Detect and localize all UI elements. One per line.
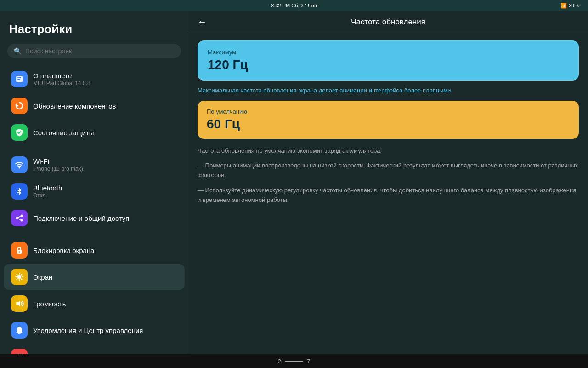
right-panel: ← Частота обновления Максимум 120 Гц Мак… — [188, 11, 588, 354]
page-indicator: 2 7 — [278, 358, 310, 365]
connection-text: Подключение и общий доступ — [33, 214, 129, 222]
panel-header: ← Частота обновления — [188, 11, 588, 33]
update-text: Обновление компонентов — [33, 102, 116, 110]
status-bar: 8:32 PM Сб, 27 Янв 📶 39% — [0, 0, 588, 11]
svg-point-4 — [16, 217, 18, 219]
sidebar: Настройки 🔍 О планшете MIUI Pad Global 1… — [0, 11, 188, 354]
sidebar-title: Настройки — [0, 18, 188, 44]
notifications-icon — [11, 322, 28, 339]
status-time: 8:32 PM Сб, 27 Янв — [271, 3, 317, 8]
sidebar-item-update[interactable]: Обновление компонентов — [4, 93, 185, 119]
info-text: Максимальная частота обновления экрана д… — [198, 86, 579, 95]
security-text: Состояние защиты — [33, 129, 94, 137]
rate-value-60: 60 Гц — [207, 117, 570, 132]
svg-line-7 — [18, 216, 21, 218]
sidebar-item-about[interactable]: О планшете MIUI Pad Global 14.0.8 — [4, 66, 185, 92]
wifi-icon: 📶 — [560, 3, 567, 9]
rate-card-60[interactable]: По умолчанию 60 Гц — [198, 101, 579, 139]
description-1: Частота обновления по умолчанию экономит… — [198, 146, 579, 156]
volume-icon — [11, 295, 28, 312]
connection-icon — [11, 210, 28, 226]
back-button[interactable]: ← — [198, 17, 207, 27]
status-right: 📶 39% — [560, 3, 579, 9]
bottom-bar: 2 7 — [0, 354, 588, 368]
svg-point-10 — [19, 251, 20, 253]
main-container: Настройки 🔍 О планшете MIUI Pad Global 1… — [0, 11, 588, 354]
svg-rect-2 — [17, 79, 20, 80]
panel-content: Максимум 120 Гц Максимальная частота обн… — [188, 33, 588, 212]
svg-point-11 — [17, 275, 21, 279]
bluetooth-label: Bluetooth — [33, 184, 62, 192]
security-label: Состояние защиты — [33, 129, 94, 137]
sidebar-item-volume[interactable]: Громкость — [4, 291, 185, 316]
svg-point-6 — [21, 219, 23, 222]
page-current: 2 — [278, 358, 281, 365]
svg-rect-1 — [17, 77, 21, 78]
wifi-sublabel: iPhone (15 pro max) — [33, 166, 83, 172]
volume-label: Громкость — [33, 300, 66, 308]
update-label: Обновление компонентов — [33, 102, 116, 110]
notifications-text: Уведомления и Центр управления — [33, 327, 143, 334]
wifi-label: Wi-Fi — [33, 157, 83, 165]
sidebar-item-wifi[interactable]: Wi-Fi iPhone (15 pro max) — [4, 152, 185, 178]
bluetooth-icon — [11, 183, 28, 200]
page-line — [285, 361, 303, 362]
about-icon — [11, 71, 28, 87]
sidebar-item-lockscreen[interactable]: Блокировка экрана — [4, 237, 185, 263]
sidebar-item-security[interactable]: Состояние защиты — [4, 120, 185, 145]
bluetooth-text: Bluetooth Откл. — [33, 184, 62, 199]
lockscreen-text: Блокировка экрана — [33, 247, 94, 254]
rate-card-120[interactable]: Максимум 120 Гц — [198, 40, 579, 80]
rate-label-max: Максимум — [208, 49, 569, 56]
panel-title: Частота обновления — [214, 17, 562, 27]
svg-line-17 — [21, 279, 22, 279]
bluetooth-sublabel: Откл. — [33, 192, 62, 199]
about-sublabel: MIUI Pad Global 14.0.8 — [33, 80, 90, 86]
sidebar-item-notifications[interactable]: Уведомления и Центр управления — [4, 317, 185, 343]
svg-line-16 — [17, 275, 17, 275]
about-text: О планшете MIUI Pad Global 14.0.8 — [33, 72, 90, 86]
search-box[interactable]: 🔍 — [7, 44, 181, 58]
security-icon — [11, 124, 28, 141]
rate-label-default: По умолчанию — [207, 108, 570, 115]
rate-value-120: 120 Гц — [208, 58, 569, 72]
svg-point-5 — [21, 215, 23, 217]
search-icon: 🔍 — [14, 47, 22, 55]
sidebar-item-bluetooth[interactable]: Bluetooth Откл. — [4, 178, 185, 204]
sidebar-item-connection[interactable]: Подключение и общий доступ — [4, 205, 185, 231]
about-label: О планшете — [33, 72, 90, 80]
wifi-menu-icon — [11, 156, 28, 173]
svg-marker-20 — [16, 300, 20, 307]
sidebar-item-display[interactable]: Экран — [4, 264, 185, 290]
svg-line-18 — [21, 275, 22, 275]
page-total: 7 — [307, 358, 310, 365]
search-input[interactable] — [25, 47, 175, 55]
sidebar-item-desktop[interactable]: Рабочий стол — [4, 344, 185, 354]
battery-text: 39% — [569, 3, 579, 8]
notifications-label: Уведомления и Центр управления — [33, 327, 143, 334]
volume-text: Громкость — [33, 300, 66, 308]
display-icon — [11, 269, 28, 285]
connection-label: Подключение и общий доступ — [33, 214, 129, 222]
update-icon — [11, 98, 28, 114]
description-3: — Используйте динамическую регулировку ч… — [198, 186, 579, 205]
lockscreen-label: Блокировка экрана — [33, 247, 94, 254]
svg-line-19 — [17, 279, 17, 279]
display-label: Экран — [33, 273, 52, 281]
svg-point-3 — [19, 167, 20, 169]
lockscreen-icon — [11, 242, 28, 259]
display-text: Экран — [33, 273, 52, 281]
wifi-text: Wi-Fi iPhone (15 pro max) — [33, 157, 83, 172]
svg-line-8 — [18, 218, 21, 220]
description-2: — Примеры анимации воспроизведены на низ… — [198, 161, 579, 180]
desktop-icon — [11, 349, 28, 354]
